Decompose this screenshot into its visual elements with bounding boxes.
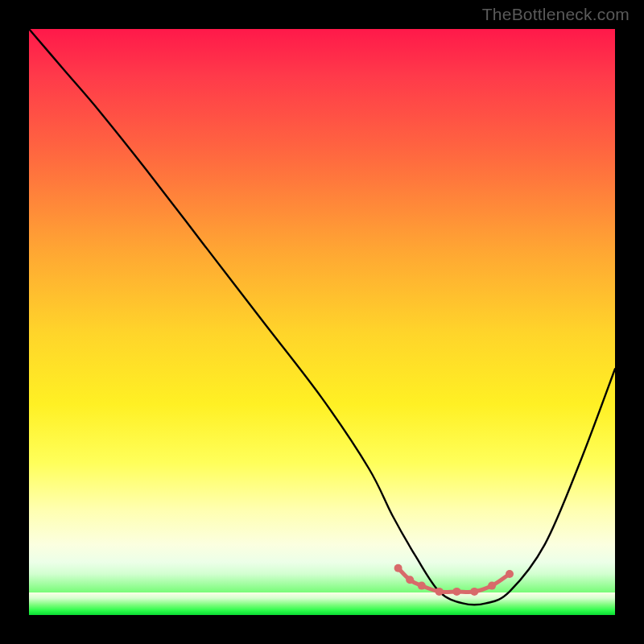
marker-dot [506,570,514,578]
marker-dot [436,588,444,596]
marker-dot [406,576,414,584]
chart-svg [29,29,615,615]
bottleneck-curve [29,29,615,605]
marker-dot [470,588,478,596]
sweet-spot-markers [394,564,514,596]
marker-dot [452,588,460,596]
plot-area [29,29,615,615]
attribution-text: TheBottleneck.com [482,5,630,24]
marker-dot [394,564,402,572]
chart-frame: TheBottleneck.com [0,0,644,644]
marker-dot [488,582,496,590]
marker-dot [418,582,426,590]
